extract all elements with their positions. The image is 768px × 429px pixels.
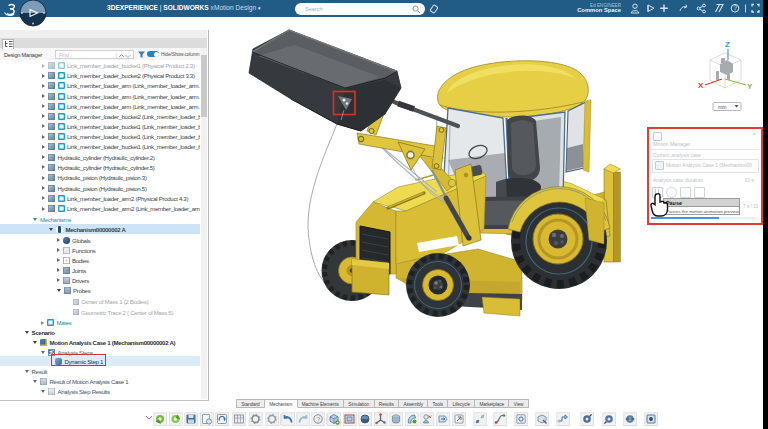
svg-text:mm: mm <box>718 104 726 110</box>
svg-text:X: X <box>698 81 704 90</box>
svg-text:?: ? <box>316 416 320 423</box>
svg-text:?: ? <box>733 4 737 11</box>
svg-text:Y: Y <box>747 82 753 91</box>
svg-text:Z: Z <box>725 40 730 49</box>
